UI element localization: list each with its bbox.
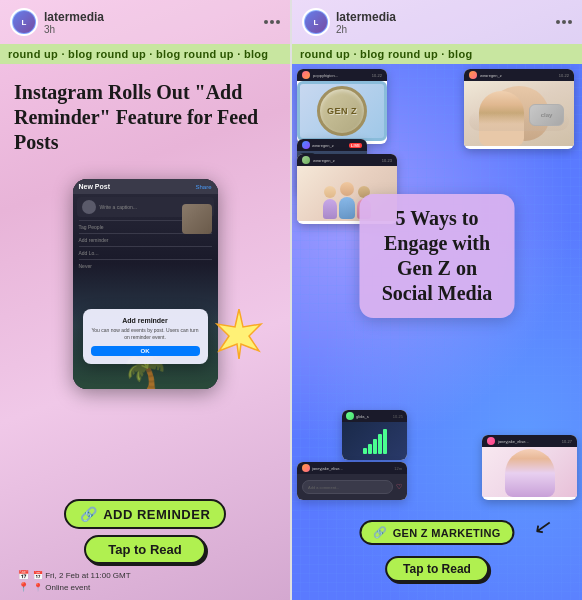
add-reminder-badge[interactable]: 🔗 ADD REMINDER <box>64 499 227 529</box>
phone-row-lo[interactable]: Add Lo... <box>73 247 218 259</box>
phone-row-label-reminder: Add reminder <box>79 237 109 243</box>
gen-z-marketing-tag[interactable]: 🔗 GEN Z MARKETING <box>359 520 514 545</box>
gen-z-marketing-label: GEN Z MARKETING <box>393 527 501 539</box>
people-card-header: wearegen_z 10-23 <box>297 154 397 166</box>
avatar-inner: L <box>13 11 35 33</box>
phone-title: New Post <box>79 183 111 190</box>
comment-avatar <box>302 464 310 472</box>
comment-heart[interactable]: ♡ <box>396 483 402 491</box>
right-dot3 <box>568 20 572 24</box>
girl-bottom-username: janeyjake_elise... <box>498 439 529 444</box>
head2 <box>340 182 354 196</box>
gen-z-article-title: 5 Ways to Engage with Gen Z on Social Me… <box>374 206 501 306</box>
gen-z-username: poppyhigton... <box>313 73 338 78</box>
phone-row-never[interactable]: Never <box>73 260 218 272</box>
date-info: 📅 📅 Fri, 2 Feb at 11:00 GMT 📍 📍 Online e… <box>14 570 276 592</box>
phone-top-bar: New Post Share <box>73 179 218 194</box>
location-text: 📍 Online event <box>33 583 90 592</box>
girl-bottom-header: janeyjake_elise... 10-27 <box>482 435 577 447</box>
right-story-card: L latermedia 2h round up · blog round up… <box>290 0 582 600</box>
right-avatar: L <box>302 8 330 36</box>
girl-bottom-card: janeyjake_elise... 10-27 <box>482 435 577 500</box>
phone-row-reminder[interactable]: Add reminder <box>73 234 218 246</box>
tap-to-read-right[interactable]: Tap to Read <box>385 556 489 582</box>
live-badge: LIVE <box>349 143 362 148</box>
reminder-popup-text: You can now add events by post. Users ca… <box>91 327 200 341</box>
signal-header: glida_s 10-25 <box>342 410 407 422</box>
phone-row-label-tag: Tag People <box>79 224 104 230</box>
phone-row-label-lo: Add Lo... <box>79 250 99 256</box>
signal-avatar <box>346 412 354 420</box>
right-dot1 <box>556 20 560 24</box>
signal-bar-5 <box>383 429 387 454</box>
right-ticker: round up · blog round up · blog <box>292 44 582 64</box>
gen-z-coin: GEN Z <box>317 86 367 136</box>
right-header-info: latermedia 2h <box>336 10 550 35</box>
right-username: latermedia <box>336 10 550 24</box>
signal-username: glida_s <box>356 414 369 419</box>
girl-top-card: wearegen_z 10-22 clay <box>464 69 574 149</box>
signal-bars <box>363 429 387 454</box>
right-collage: poppyhigton... 10-22 GEN Z wearegen_z 10… <box>292 64 582 600</box>
tap-to-read-left[interactable]: Tap to Read <box>84 535 205 564</box>
people-avatar <box>302 156 310 164</box>
starburst-decoration <box>214 309 264 359</box>
date-row-1: 📅 📅 Fri, 2 Feb at 11:00 GMT <box>18 570 131 580</box>
date-text: 📅 Fri, 2 Feb at 11:00 GMT <box>33 571 131 580</box>
comment-placeholder: Add a comment... <box>308 485 339 490</box>
gen-z-card-header: poppyhigton... 10-22 <box>297 69 387 81</box>
girl-bottom-time: 10-27 <box>562 439 572 444</box>
girl-time: 10-22 <box>559 73 569 78</box>
gen-z-coin-text: GEN Z <box>327 106 357 116</box>
signal-content <box>342 422 407 460</box>
ticker-text: round up · blog round up · blog round up… <box>8 48 268 60</box>
right-time: 2h <box>336 24 550 35</box>
more-options[interactable] <box>264 20 280 24</box>
dot3 <box>276 20 280 24</box>
person1 <box>323 186 337 219</box>
gen-z-avatar <box>302 71 310 79</box>
signal-bar-1 <box>363 448 367 454</box>
comment-input-area[interactable]: Add a comment... ♡ <box>297 474 407 500</box>
right-more-options[interactable] <box>556 20 572 24</box>
girl-figure <box>505 449 555 497</box>
left-main: Instagram Rolls Out "Add Reminder" Featu… <box>0 64 290 491</box>
right-ticker-text: round up · blog round up · blog <box>300 48 472 60</box>
reminder-popup-title: Add reminder <box>91 317 200 324</box>
right-dot2 <box>562 20 566 24</box>
girl-avatar <box>469 71 477 79</box>
signal-time: 10-25 <box>393 414 403 419</box>
location-icon: 📍 <box>18 582 29 592</box>
phone-mockup: New Post Share Write a caption... Tag Pe… <box>14 169 276 481</box>
comment-username: janeyjake_elise... <box>312 466 343 471</box>
gen-z-card: poppyhigton... 10-22 GEN Z <box>297 69 387 144</box>
person2 <box>339 182 355 219</box>
left-story-card: L latermedia 3h round up · blog round up… <box>0 0 290 600</box>
girl-bottom-img <box>482 447 577 497</box>
left-username: latermedia <box>44 10 258 24</box>
phone-avatar <box>82 200 96 214</box>
live-avatar <box>302 141 310 149</box>
add-reminder-label: ADD REMINDER <box>103 507 210 522</box>
phone-share-btn[interactable]: Share <box>195 184 211 190</box>
phone-inner: New Post Share Write a caption... Tag Pe… <box>73 179 218 389</box>
dot2 <box>270 20 274 24</box>
starburst-svg <box>214 309 264 359</box>
body2 <box>339 197 355 219</box>
girl-bottom-avatar <box>487 437 495 445</box>
left-time: 3h <box>44 24 258 35</box>
svg-marker-0 <box>217 309 261 359</box>
live-username: wearegen_z <box>312 143 334 148</box>
comment-header: janeyjake_elise... 12m <box>297 462 407 474</box>
signal-card: glida_s 10-25 <box>342 410 407 460</box>
date-row-2: 📍 📍 Online event <box>18 582 90 592</box>
people-username: wearegen_z <box>313 158 335 163</box>
phone-img <box>182 204 212 234</box>
right-header: L latermedia 2h <box>292 0 582 44</box>
left-avatar: L <box>10 8 38 36</box>
phone-screen: New Post Share Write a caption... Tag Pe… <box>73 179 218 389</box>
comment-field[interactable]: Add a comment... <box>302 480 393 494</box>
reminder-ok-btn[interactable]: OK <box>91 346 200 356</box>
right-avatar-inner: L <box>305 11 327 33</box>
live-header: wearegen_z LIVE <box>297 139 367 151</box>
